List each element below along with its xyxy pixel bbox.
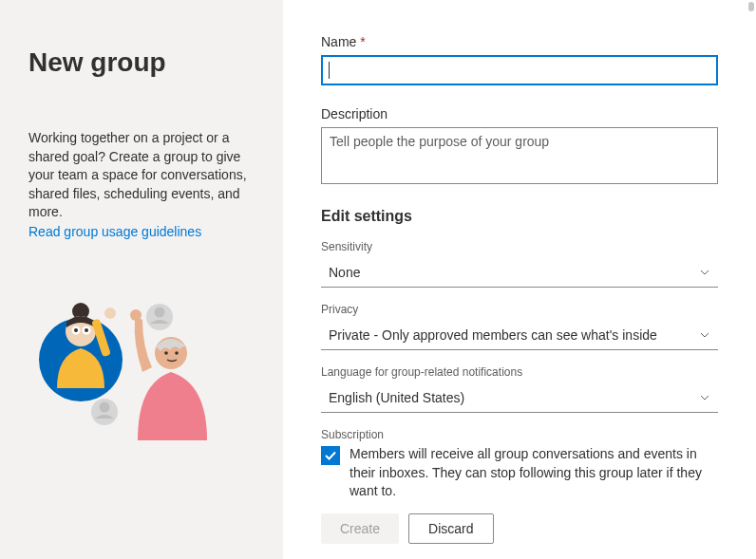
footer: Create Discard xyxy=(283,498,756,559)
svg-point-4 xyxy=(100,401,110,412)
description-label: Description xyxy=(321,106,718,121)
name-label: Name * xyxy=(321,34,718,49)
settings-heading: Edit settings xyxy=(321,208,718,225)
chevron-down-icon xyxy=(699,267,710,278)
privacy-select[interactable]: Private - Only approved members can see … xyxy=(321,320,718,350)
left-panel: New group Working together on a project … xyxy=(0,0,283,559)
privacy-value: Private - Only approved members can see … xyxy=(321,327,699,343)
guidelines-link[interactable]: Read group usage guidelines xyxy=(28,224,201,239)
page-title: New group xyxy=(28,47,255,78)
discard-button[interactable]: Discard xyxy=(408,513,493,544)
subscription-label: Subscription xyxy=(321,428,718,441)
subscription-checkbox[interactable] xyxy=(321,446,340,465)
required-indicator: * xyxy=(360,34,365,49)
svg-point-14 xyxy=(164,351,168,355)
chevron-down-icon xyxy=(699,392,710,403)
create-button[interactable]: Create xyxy=(321,513,399,544)
sensitivity-label: Sensitivity xyxy=(321,240,718,253)
svg-point-16 xyxy=(130,309,142,321)
description-input[interactable] xyxy=(321,127,718,184)
page-description: Working together on a project or a share… xyxy=(28,129,255,222)
text-cursor xyxy=(329,62,330,79)
language-select[interactable]: English (United States) xyxy=(321,382,718,413)
scrollbar[interactable] xyxy=(748,2,754,11)
svg-point-12 xyxy=(104,307,116,319)
subscription-text: Members will receive all group conversat… xyxy=(350,445,718,501)
checkmark-icon xyxy=(324,449,337,462)
privacy-label: Privacy xyxy=(321,303,718,316)
illustration xyxy=(28,298,218,450)
sensitivity-select[interactable]: None xyxy=(321,257,718,288)
svg-point-10 xyxy=(85,328,88,332)
chevron-down-icon xyxy=(699,329,710,341)
svg-point-8 xyxy=(74,328,78,332)
svg-point-2 xyxy=(155,307,165,317)
sensitivity-value: None xyxy=(321,265,699,280)
form-panel: Name * Description Edit settings Sensiti… xyxy=(283,0,756,559)
svg-point-15 xyxy=(175,351,179,355)
name-input[interactable] xyxy=(321,55,718,85)
language-value: English (United States) xyxy=(321,390,699,405)
language-label: Language for group-related notifications xyxy=(321,365,718,379)
